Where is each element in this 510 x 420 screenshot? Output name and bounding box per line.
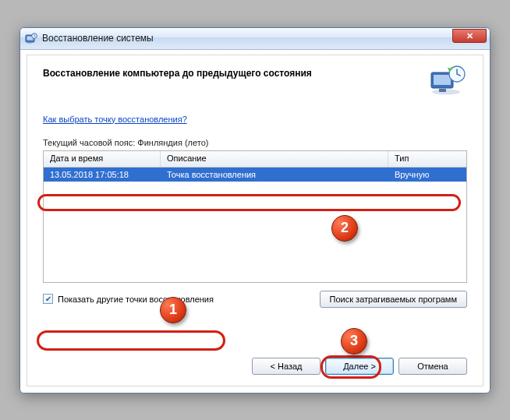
callout-bubble-2: 2 [331,215,358,242]
cancel-button[interactable]: Отмена [398,358,467,375]
svg-rect-5 [434,75,451,85]
timezone-label: Текущий часовой пояс: Финляндия (лето) [43,138,467,147]
col-type[interactable]: Тип [388,151,466,167]
col-description[interactable]: Описание [161,151,388,167]
close-icon: ✕ [466,32,473,41]
close-button[interactable]: ✕ [452,29,487,43]
restore-points-table[interactable]: Дата и время Описание Тип 13.05.2018 17:… [43,150,467,283]
system-restore-icon [427,65,467,96]
system-restore-window: Восстановление системы ✕ Восстановление … [19,27,491,394]
page-title: Восстановление компьютера до предыдущего… [43,65,427,79]
show-other-points-checkbox[interactable]: ✔ Показать другие точки восстановления [43,294,214,304]
cell-datetime: 13.05.2018 17:05:18 [44,169,161,180]
svg-rect-6 [439,89,446,92]
cell-description: Точка восстановления [161,169,388,180]
title-bar[interactable]: Восстановление системы ✕ [20,28,490,50]
table-row[interactable]: 13.05.2018 17:05:18 Точка восстановления… [44,168,466,182]
window-title: Восстановление системы [42,33,452,44]
callout-bubble-1: 1 [160,297,186,323]
scan-affected-button[interactable]: Поиск затрагиваемых программ [320,291,467,308]
callout-bubble-3: 3 [341,328,367,355]
wizard-panel: Восстановление компьютера до предыдущего… [27,55,483,386]
callout-ring-checkbox [37,330,225,351]
help-link[interactable]: Как выбрать точку восстановления? [43,115,187,124]
table-header: Дата и время Описание Тип [44,151,466,168]
checkbox-label: Показать другие точки восстановления [58,295,214,304]
wizard-buttons: < Назад Далее > Отмена [252,358,467,375]
client-area: Восстановление компьютера до предыдущего… [20,50,490,393]
checkbox-box: ✔ [43,294,53,304]
app-icon [25,32,37,44]
col-datetime[interactable]: Дата и время [44,151,161,167]
next-button[interactable]: Далее > [325,358,394,375]
back-button[interactable]: < Назад [252,358,321,375]
cell-type: Вручную [388,169,466,180]
